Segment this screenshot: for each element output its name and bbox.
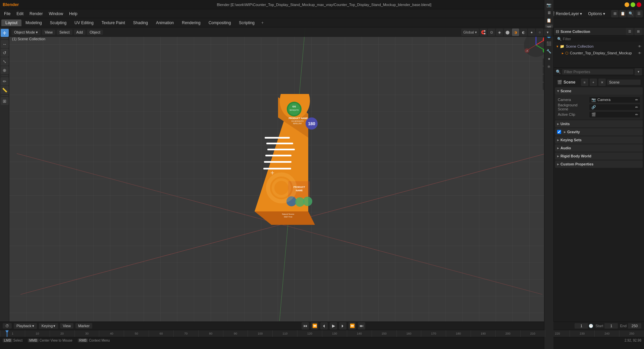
tool-cursor[interactable]: ✛ <box>1 29 9 37</box>
viewport-shading-material[interactable]: ◐ <box>520 29 527 36</box>
viewport-proportional-btn[interactable]: ⊙ <box>488 29 495 36</box>
menu-edit[interactable]: Edit <box>14 11 26 17</box>
timeline-view-btn[interactable]: View <box>60 323 73 329</box>
outliner-search-input[interactable] <box>555 36 643 42</box>
menu-render[interactable]: Render <box>27 11 45 17</box>
ruler-mark-1: 1 <box>0 330 25 337</box>
object-mode-dropdown[interactable]: Object Mode ▾ <box>11 30 41 35</box>
playhead[interactable] <box>7 330 7 337</box>
tab-texture-paint[interactable]: Texture Paint <box>98 19 129 26</box>
playback-btn[interactable]: Playback ▾ <box>14 323 37 329</box>
viewport-shading-4[interactable]: ○ <box>536 29 543 36</box>
audio-section-header[interactable]: ▸ Audio <box>555 144 643 152</box>
editor-type-icon[interactable]: ⊞ <box>611 10 619 17</box>
viewport-overlay-btn[interactable]: ⬤ <box>504 29 511 36</box>
scene-new-btn[interactable]: + <box>590 79 597 86</box>
gravity-section-header[interactable]: ▸ Gravity <box>555 128 643 136</box>
viewport-xray-btn[interactable]: ◈ <box>496 29 503 36</box>
props-icon-physics[interactable]: ⚛ <box>545 63 553 70</box>
scene-section-header[interactable]: ▾ Scene <box>555 87 643 95</box>
tool-scale[interactable]: ⤡ <box>1 57 9 65</box>
jump-forward-btn[interactable]: ⏩ <box>348 322 356 330</box>
props-icon-modifier[interactable]: 🔧 <box>545 48 553 55</box>
tab-layout[interactable]: Layout <box>1 19 21 26</box>
menu-file[interactable]: File <box>1 11 13 17</box>
topbar-icon2[interactable]: 📋 <box>619 10 627 17</box>
start-frame-input[interactable]: 1 <box>604 323 618 329</box>
tab-modeling[interactable]: Modeling <box>21 19 46 26</box>
menu-help[interactable]: Help <box>66 11 80 17</box>
props-view-options[interactable]: ▾ <box>635 68 642 76</box>
outliner-filter-icon[interactable]: ☰ <box>626 28 633 35</box>
tool-annotate[interactable]: ✏ <box>1 77 9 85</box>
scene-name-input[interactable]: Scene <box>607 80 641 85</box>
background-scene-value[interactable]: 🔗 ✏ <box>589 104 640 110</box>
tab-scripting[interactable]: Scripting <box>235 19 259 26</box>
viewport-settings-dropdown[interactable]: ▾ <box>544 29 551 36</box>
viewport-3d[interactable]: Object Mode ▾ View Select Add Object Glo… <box>9 28 553 321</box>
viewport-global-dropdown[interactable]: Global ▾ <box>461 29 479 36</box>
tool-measure[interactable]: 📏 <box>1 86 9 94</box>
step-back-btn[interactable]: ⏴ <box>320 322 328 330</box>
topbar-search[interactable]: 🔍 <box>627 10 635 17</box>
outliner-item-scene-collection[interactable]: ▾ 📁 Scene Collection 👁 <box>554 43 644 50</box>
outliner-visibility-icon[interactable]: 👁 <box>638 45 641 48</box>
rigid-body-header[interactable]: ▸ Rigid Body World <box>555 152 643 160</box>
menu-window[interactable]: Window <box>46 11 66 17</box>
outliner-obj-visibility[interactable]: 👁 <box>638 51 641 55</box>
close-button[interactable]: ✕ <box>637 2 641 7</box>
viewport-shading-rendered[interactable]: ● <box>528 29 535 36</box>
custom-props-header[interactable]: ▸ Custom Properties <box>555 160 643 168</box>
maximize-button[interactable]: ▢ <box>631 2 635 7</box>
tool-add[interactable]: ⊞ <box>1 97 9 105</box>
units-section-header[interactable]: ▸ Units <box>555 120 643 128</box>
tool-transform[interactable]: ⊕ <box>1 66 9 74</box>
timeline-ruler[interactable]: 1102030405060708090100110120130140150160… <box>0 330 644 337</box>
viewport-shading-solid[interactable]: ◑ <box>512 29 519 36</box>
tab-compositing[interactable]: Compositing <box>205 19 235 26</box>
props-icon-viewlayer[interactable]: 📋 <box>545 17 553 24</box>
tab-animation[interactable]: Animation <box>152 19 178 26</box>
step-forward-btn[interactable]: ⏵ <box>339 322 346 330</box>
add-menu-btn[interactable]: Add <box>74 30 86 35</box>
minimize-button[interactable]: — <box>625 2 629 7</box>
tab-uv-editing[interactable]: UV Editing <box>70 19 98 26</box>
topbar-filter[interactable]: ☰ <box>635 10 643 17</box>
tab-shading[interactable]: Shading <box>129 19 152 26</box>
jump-end-btn[interactable]: ⏭ <box>358 322 365 330</box>
camera-value[interactable]: 📷 Camera ✏ <box>589 97 640 103</box>
props-icon-render[interactable]: 📷 <box>545 1 553 9</box>
timeline-type-icon[interactable]: ⏱ <box>3 323 12 329</box>
scene-browse-btn[interactable]: ≡ <box>581 79 588 86</box>
select-menu-btn[interactable]: Select <box>57 30 72 35</box>
play-btn[interactable]: ▶ <box>330 322 337 330</box>
camera-edit-icon[interactable]: ✏ <box>635 98 638 102</box>
marker-btn[interactable]: Marker <box>75 323 92 329</box>
props-icon-output[interactable]: 🖥 <box>545 9 553 16</box>
keying-sets-header[interactable]: ▸ Keying Sets <box>555 136 643 144</box>
active-clip-value[interactable]: 🎬 ✏ <box>589 112 640 117</box>
tool-move[interactable]: ↔ <box>1 40 9 48</box>
current-frame-input[interactable]: 1 <box>575 323 588 329</box>
options-btn[interactable]: Options ▾ <box>585 11 608 17</box>
properties-search-input[interactable] <box>562 69 633 74</box>
jump-back-btn[interactable]: ⏪ <box>311 322 318 330</box>
viewport-snap-btn[interactable]: 🧲 <box>480 29 487 36</box>
props-icon-particles[interactable]: ✦ <box>545 55 553 63</box>
view-menu-btn[interactable]: View <box>42 30 55 35</box>
tab-sculpting[interactable]: Sculpting <box>46 19 70 26</box>
outliner-type-icon[interactable]: ⊞ <box>635 28 642 35</box>
outliner-item-object[interactable]: ▸ ⬡ Counter_Top_Display_Stand_Mockup 👁 <box>554 50 644 56</box>
end-frame-input[interactable]: 250 <box>628 323 641 329</box>
background-scene-edit-icon[interactable]: ✏ <box>635 105 638 109</box>
props-icon-object[interactable]: ⬛ <box>545 40 553 47</box>
add-workspace-button[interactable]: + <box>259 19 266 26</box>
object-menu-btn[interactable]: Object <box>87 30 103 35</box>
tab-rendering[interactable]: Rendering <box>178 19 204 26</box>
jump-start-btn[interactable]: ⏮ <box>302 322 309 330</box>
scene-unlink-btn[interactable]: ✕ <box>598 79 606 86</box>
active-clip-edit-icon[interactable]: ✏ <box>635 113 638 116</box>
tool-rotate[interactable]: ↺ <box>1 49 9 57</box>
keying-btn[interactable]: Keying ▾ <box>39 323 58 329</box>
gravity-checkbox[interactable] <box>557 130 561 134</box>
